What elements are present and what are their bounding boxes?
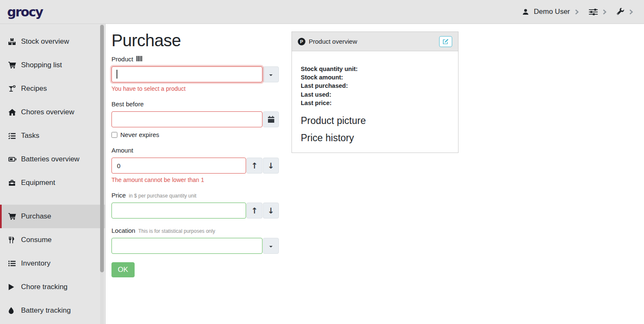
last-price-field: Last price: [301,99,449,107]
location-dropdown-button[interactable] [263,238,279,254]
arrow-down-icon: ↓ [268,162,274,170]
barcode-icon [136,56,143,61]
caret-down-icon [269,246,273,249]
best-before-input[interactable] [111,111,262,127]
sidebar-scrollbar-thumb[interactable] [100,25,104,272]
grocy-logo[interactable]: grocy [7,5,42,19]
amount-error: The amount cannot be lower than 1 [111,176,279,183]
tasks-icon [8,133,18,139]
location-label: Location [111,227,135,234]
battery-icon [8,156,18,162]
best-before-label: Best before [111,100,144,108]
stock-amount-field: Stock amount: [301,73,449,82]
toolbox-icon [8,179,18,186]
product-label: Product [111,55,133,63]
user-menu[interactable]: Demo User [522,8,579,16]
never-expires-checkbox[interactable] [111,132,117,138]
price-history-heading: Price history [301,132,449,144]
amount-increment-button[interactable]: ↑ [246,158,262,174]
product-group: Product You have to select a product [111,55,279,92]
chevron-right-icon [603,9,607,15]
amount-label: Amount [111,147,133,154]
main-content: Purchase Product You have to select a pr… [106,24,644,324]
sidebar-item-recipes[interactable]: Recipes [0,77,105,100]
sidebar-item-label: Recipes [21,84,47,93]
never-expires-row: Never expires [111,131,279,138]
amount-input[interactable] [111,158,246,174]
sliders-icon [589,8,598,16]
location-hint: This is for statistical purposes only [138,228,215,234]
product-overview-card: P Product overview Stock quantity unit: … [292,32,458,153]
sidebar-item-label: Batteries overview [21,155,80,163]
sidebar-item-label: Chore tracking [21,283,68,291]
arrow-up-icon: ↑ [251,207,258,215]
arrow-up-icon: ↑ [251,162,258,170]
calendar-button[interactable] [263,111,279,127]
sidebar-nav: Stock overview Shopping list Recipes Cho… [0,24,106,324]
home-icon [8,109,18,116]
location-input[interactable] [111,238,262,254]
sidebar-item-label: Equipment [21,179,55,187]
play-icon [8,284,18,290]
sidebar-item-label: Chores overview [21,108,74,116]
sidebar-item-chores-overview[interactable]: Chores overview [0,100,105,124]
product-picture-heading: Product picture [301,115,449,126]
arrow-down-icon: ↓ [268,207,274,215]
price-decrement-button[interactable]: ↓ [263,203,279,219]
best-before-group: Best before Never expires [111,100,279,138]
stock-quantity-unit-field: Stock quantity unit: [301,65,449,73]
sidebar-item-batteries-overview[interactable]: Batteries overview [0,148,105,171]
utensils-icon [8,237,18,243]
product-overview-title: Product overview [309,38,357,45]
settings-menu[interactable] [589,8,607,16]
sidebar-item-purchase[interactable]: Purchase [0,205,105,228]
sidebar-item-label: Purchase [21,212,51,221]
sidebar-item-label: Tasks [21,132,39,140]
sidebar-item-equipment[interactable]: Equipment [0,171,105,195]
user-name-label: Demo User [534,8,570,16]
tint-icon [8,307,18,314]
product-input[interactable] [111,66,262,82]
price-label: Price [111,192,126,199]
sidebar-item-label: Stock overview [21,37,69,46]
chevron-right-icon [575,9,579,15]
sidebar-item-chore-tracking[interactable]: Chore tracking [0,275,105,299]
product-circle-icon: P [298,38,305,45]
calendar-icon [268,116,274,123]
sidebar-item-shopping-list[interactable]: Shopping list [0,53,105,77]
price-hint: in $ per purchase quantity unit [129,193,196,199]
user-icon [522,8,529,15]
cocktail-icon [8,85,18,92]
sidebar-item-label: Consume [21,236,52,244]
price-increment-button[interactable]: ↑ [246,203,262,219]
sidebar-item-stock-overview[interactable]: Stock overview [0,30,105,53]
purchase-form: Product You have to select a product Bes… [111,55,279,277]
product-dropdown-button[interactable] [263,66,279,82]
amount-group: Amount ↑ ↓ The amount cannot be lower th… [111,147,279,183]
shopping-cart-icon [8,213,18,220]
list-icon [8,261,18,266]
location-group: Location This is for statistical purpose… [111,227,279,254]
shopping-cart-icon [8,62,18,68]
product-error: You have to select a product [111,85,279,92]
amount-decrement-button[interactable]: ↓ [263,158,279,174]
boxes-icon [8,38,18,45]
chevron-right-icon [629,9,633,15]
sidebar-item-inventory[interactable]: Inventory [0,252,105,275]
product-overview-body: Stock quantity unit: Stock amount: Last … [292,51,458,153]
header-actions: Demo User [522,8,633,16]
sidebar-item-label: Inventory [21,259,50,268]
sidebar-item-battery-tracking[interactable]: Battery tracking [0,299,105,322]
ok-button[interactable]: OK [111,262,135,277]
last-used-field: Last used: [301,90,449,99]
text-cursor [117,70,117,79]
edit-product-button[interactable] [439,36,452,47]
admin-menu[interactable] [617,8,633,16]
sidebar-item-label: Shopping list [21,61,62,69]
product-overview-header: P Product overview [292,32,458,51]
price-input[interactable] [111,203,246,219]
edit-icon [443,38,449,45]
top-header: grocy Demo User [0,0,644,24]
sidebar-item-consume[interactable]: Consume [0,228,105,252]
sidebar-item-tasks[interactable]: Tasks [0,124,105,148]
